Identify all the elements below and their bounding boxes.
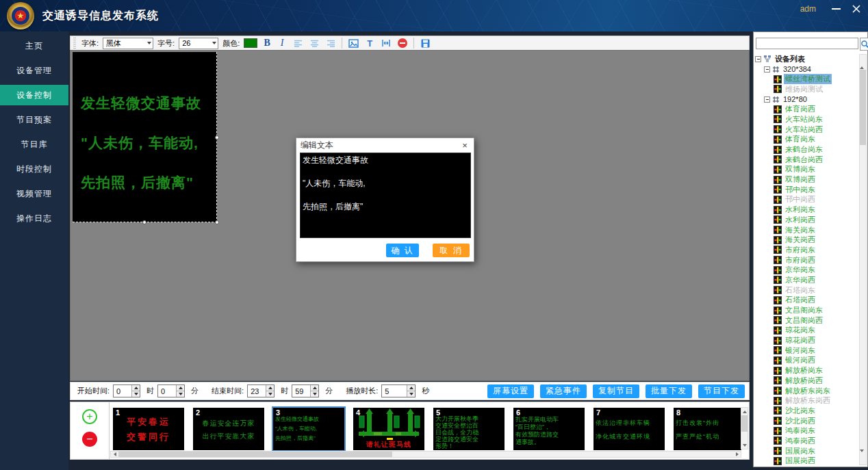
tree-device-火车站岗东[interactable]: 火车站岗东 bbox=[755, 114, 858, 125]
tree-device-解放桥东岗东[interactable]: 解放桥东岗东 bbox=[755, 386, 858, 396]
tree-device-双博岗西[interactable]: 双博岗西 bbox=[755, 174, 858, 185]
save-button[interactable] bbox=[419, 37, 431, 49]
size-select[interactable]: 26 bbox=[179, 38, 218, 49]
align-left-button[interactable] bbox=[292, 37, 304, 49]
dialog-titlebar[interactable]: 编辑文本 × bbox=[296, 138, 474, 152]
sidebar-item-设备控制[interactable]: 设备控制 bbox=[0, 85, 68, 105]
minimize-button[interactable] bbox=[828, 3, 843, 15]
align-right-button[interactable] bbox=[324, 37, 337, 49]
action-button-屏幕设置[interactable]: 屏幕设置 bbox=[487, 384, 534, 398]
tree-device-鸿泰岗西[interactable]: 鸿泰岗西 bbox=[755, 436, 858, 446]
italic-button[interactable]: I bbox=[277, 37, 288, 49]
toolbar-grip[interactable] bbox=[73, 38, 76, 49]
sidebar-item-时段控制[interactable]: 时段控制 bbox=[0, 159, 68, 179]
tree-device-邗中岗东[interactable]: 邗中岗东 bbox=[755, 185, 858, 195]
action-button-节目下发[interactable]: 节目下发 bbox=[698, 384, 745, 398]
scroll-up-icon[interactable] bbox=[741, 408, 748, 415]
scroll-down-icon[interactable] bbox=[860, 452, 866, 465]
device-search-button[interactable] bbox=[860, 38, 868, 51]
sidebar-item-操作日志[interactable]: 操作日志 bbox=[0, 208, 68, 229]
scrollbar-thumb[interactable] bbox=[741, 415, 748, 432]
resize-handle-bottom[interactable] bbox=[142, 220, 146, 224]
playlist-item-6[interactable]: 6扎实开展电动车“百日整治”，有效预防道路交通事故。 bbox=[513, 408, 585, 450]
spinner-arrows[interactable] bbox=[176, 385, 184, 397]
tree-device-维扬岗测试[interactable]: 维扬岗测试 bbox=[755, 84, 858, 94]
sidebar-item-节目预案[interactable]: 节目预案 bbox=[0, 109, 68, 130]
tree-device-邗中岗西[interactable]: 邗中岗西 bbox=[755, 195, 858, 205]
playlist-item-7[interactable]: 7依法治理非标车辆净化城市交通环境 bbox=[593, 408, 665, 450]
tree-device-体育岗西[interactable]: 体育岗西 bbox=[755, 104, 858, 114]
tree-group-320*384[interactable]: 320*384 bbox=[755, 64, 858, 75]
tree-scrollbar[interactable] bbox=[859, 54, 867, 465]
collapse-expander-icon[interactable] bbox=[764, 96, 770, 103]
tree-device-解放桥岗东[interactable]: 解放桥岗东 bbox=[755, 365, 858, 376]
spacing-button[interactable] bbox=[380, 37, 392, 49]
scrollbar-thumb[interactable] bbox=[860, 70, 866, 145]
spinner-arrows[interactable] bbox=[407, 385, 415, 397]
spinner-arrows[interactable] bbox=[310, 385, 318, 397]
tree-device-火车站岗西[interactable]: 火车站岗西 bbox=[755, 125, 858, 135]
tree-device-来鹤台岗西[interactable]: 来鹤台岗西 bbox=[755, 155, 858, 165]
color-swatch[interactable] bbox=[244, 38, 257, 48]
sidebar-item-设备管理[interactable]: 设备管理 bbox=[0, 60, 68, 81]
end-minute-spinner[interactable]: 59 bbox=[292, 384, 319, 397]
tree-device-市府岗西[interactable]: 市府岗西 bbox=[755, 255, 858, 265]
bold-button[interactable]: B bbox=[261, 37, 272, 49]
playlist-vertical-scrollbar[interactable] bbox=[741, 407, 748, 449]
start-minute-spinner[interactable]: 0 bbox=[157, 384, 185, 397]
collapse-expander-icon[interactable] bbox=[764, 66, 770, 73]
tree-device-螺丝湾桥测试[interactable]: 螺丝湾桥测试 bbox=[755, 74, 858, 84]
scroll-left-icon[interactable] bbox=[111, 452, 118, 457]
tree-device-琼花岗西[interactable]: 琼花岗西 bbox=[755, 335, 858, 345]
align-center-button[interactable] bbox=[308, 37, 320, 49]
delete-program-button[interactable]: − bbox=[82, 432, 97, 447]
sidebar-item-节目库[interactable]: 节目库 bbox=[0, 134, 68, 155]
tree-device-银河岗西[interactable]: 银河岗西 bbox=[755, 356, 858, 366]
playlist-horizontal-scrollbar[interactable] bbox=[110, 451, 741, 458]
tree-device-沙北岗西[interactable]: 沙北岗西 bbox=[755, 416, 858, 426]
device-search-input[interactable] bbox=[756, 38, 858, 49]
playlist-item-4[interactable]: 4请礼让斑马线 bbox=[353, 408, 424, 450]
insert-image-button[interactable] bbox=[347, 37, 359, 49]
tree-root[interactable]: 设备列表 bbox=[755, 54, 858, 64]
tree-device-海关岗东[interactable]: 海关岗东 bbox=[755, 225, 858, 235]
tree-device-水利岗西[interactable]: 水利岗西 bbox=[755, 215, 858, 225]
action-button-复制节目[interactable]: 复制节目 bbox=[593, 384, 639, 398]
add-program-button[interactable]: + bbox=[82, 409, 97, 424]
playlist-item-3[interactable]: 3发生轻微交通事故"人未伤，车能动,先拍照，后撤离" bbox=[273, 408, 344, 450]
font-select[interactable]: 黑体 bbox=[103, 38, 153, 49]
playlist-item-8[interactable]: 8打击改装“炸街严查严处“机动 bbox=[674, 408, 741, 450]
tree-device-石塔岗东[interactable]: 石塔岗东 bbox=[755, 285, 858, 296]
start-hour-spinner[interactable]: 0 bbox=[113, 384, 140, 397]
end-hour-spinner[interactable]: 23 bbox=[247, 384, 275, 397]
sidebar-item-视频管理[interactable]: 视频管理 bbox=[0, 183, 68, 204]
spinner-arrows[interactable] bbox=[266, 385, 274, 397]
confirm-button[interactable]: 确 认 bbox=[386, 244, 419, 257]
tree-device-海关岗西[interactable]: 海关岗西 bbox=[755, 235, 858, 245]
playlist-item-1[interactable]: 1平安春运交警同行 bbox=[113, 408, 184, 450]
tree-device-水利岗东[interactable]: 水利岗东 bbox=[755, 205, 858, 215]
scroll-down-icon[interactable] bbox=[741, 441, 748, 449]
tree-device-市府岗东[interactable]: 市府岗东 bbox=[755, 245, 858, 255]
tree-device-石塔岗西[interactable]: 石塔岗西 bbox=[755, 296, 858, 306]
tree-group-192*80[interactable]: 192*80 bbox=[755, 94, 858, 105]
playlist-item-5[interactable]: 5大力开展秋冬季交通安全整治百日会战，全力稳定道路交通安全形势！ bbox=[433, 408, 505, 450]
cancel-button[interactable]: 取 消 bbox=[433, 244, 470, 257]
tree-device-鸿泰岗东[interactable]: 鸿泰岗东 bbox=[755, 426, 858, 436]
action-button-紧急事件[interactable]: 紧急事件 bbox=[540, 384, 587, 398]
tree-device-京华岗东[interactable]: 京华岗东 bbox=[755, 265, 858, 275]
duration-spinner[interactable]: 5 bbox=[381, 384, 416, 397]
tree-device-沙北岗东[interactable]: 沙北岗东 bbox=[755, 406, 858, 416]
tree-device-文昌阁岗东[interactable]: 文昌阁岗东 bbox=[755, 305, 858, 315]
tree-device-体育岗东[interactable]: 体育岗东 bbox=[755, 135, 858, 145]
tree-device-文昌阁岗西[interactable]: 文昌阁岗西 bbox=[755, 315, 858, 326]
tree-device-解放桥东岗西[interactable]: 解放桥东岗西 bbox=[755, 395, 858, 406]
tree-device-琼花岗东[interactable]: 琼花岗东 bbox=[755, 326, 858, 336]
stop-button[interactable] bbox=[396, 37, 409, 49]
tree-device-来鹤台岗东[interactable]: 来鹤台岗东 bbox=[755, 144, 858, 155]
tree-device-双博岗东[interactable]: 双博岗东 bbox=[755, 165, 858, 175]
tree-device-银河岗东[interactable]: 银河岗东 bbox=[755, 345, 858, 356]
led-preview-panel[interactable]: 发生轻微交通事故"人未伤，车能动,先拍照，后撤离" bbox=[73, 52, 217, 222]
resize-handle-corner[interactable] bbox=[215, 220, 219, 224]
playlist-item-2[interactable]: 2春运安全连万家出行平安靠大家 bbox=[193, 408, 264, 450]
